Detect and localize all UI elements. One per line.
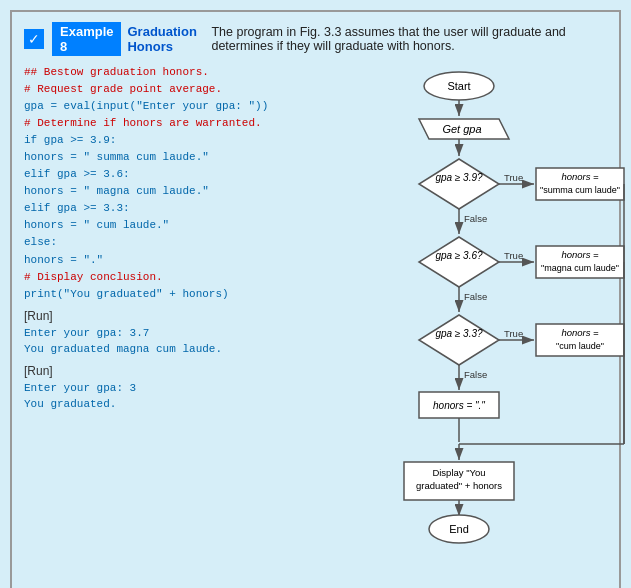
box4-honors: honors = "." bbox=[433, 400, 485, 411]
box2-value: "magna cum laude" bbox=[541, 263, 619, 273]
code-block: ## Bestow graduation honors. # Request g… bbox=[24, 64, 334, 303]
code-comment-3: # Determine if honors are warranted. bbox=[24, 115, 334, 132]
code-line-3: honors = " summa cum laude." bbox=[24, 149, 334, 166]
main-container: ✓ Example 8 Graduation Honors The progra… bbox=[10, 10, 621, 588]
code-comment-4: # Display conclusion. bbox=[24, 269, 334, 286]
right-panel: Start Get gpa gpa ≥ 3.9? True honors = "… bbox=[344, 64, 631, 588]
display-label2: graduated" + honors bbox=[416, 480, 502, 491]
run1-label: [Run] bbox=[24, 309, 334, 323]
code-line-7: honors = " cum laude." bbox=[24, 217, 334, 234]
box3-honors: honors = bbox=[561, 327, 599, 338]
code-comment-2: # Request grade point average. bbox=[24, 81, 334, 98]
example-description: The program in Fig. 3.3 assumes that the… bbox=[211, 25, 607, 53]
diamond3-label: gpa ≥ 3.3? bbox=[435, 328, 483, 339]
run1-input: Enter your gpa: 3.7 bbox=[24, 325, 334, 342]
flowchart-svg: Start Get gpa gpa ≥ 3.9? True honors = "… bbox=[344, 64, 631, 588]
left-panel: ## Bestow graduation honors. # Request g… bbox=[24, 64, 334, 588]
start-label: Start bbox=[447, 80, 470, 92]
false2-label: False bbox=[464, 291, 487, 302]
run1-output: Enter your gpa: 3.7 You graduated magna … bbox=[24, 325, 334, 358]
false3-label: False bbox=[464, 369, 487, 380]
get-gpa-label: Get gpa bbox=[442, 123, 481, 135]
svg-marker-13 bbox=[419, 315, 499, 365]
run2-input: Enter your gpa: 3 bbox=[24, 380, 334, 397]
run2-output: Enter your gpa: 3 You graduated. bbox=[24, 380, 334, 413]
svg-marker-9 bbox=[419, 237, 499, 287]
code-line-2: if gpa >= 3.9: bbox=[24, 132, 334, 149]
run1-result: You graduated magna cum laude. bbox=[24, 341, 334, 358]
checkmark-icon: ✓ bbox=[24, 29, 44, 49]
code-line-1: gpa = eval(input("Enter your gpa: ")) bbox=[24, 98, 334, 115]
box3-value: "cum laude" bbox=[556, 341, 604, 351]
false1-label: False bbox=[464, 213, 487, 224]
example-title: Graduation Honors bbox=[127, 24, 205, 54]
true2-label: True bbox=[504, 250, 523, 261]
run2-result: You graduated. bbox=[24, 396, 334, 413]
diamond2-label: gpa ≥ 3.6? bbox=[435, 250, 483, 261]
code-line-10: print("You graduated" + honors) bbox=[24, 286, 334, 303]
box1-value: "summa cum laude" bbox=[540, 185, 620, 195]
code-line-6: elif gpa >= 3.3: bbox=[24, 200, 334, 217]
display-label1: Display "You bbox=[432, 467, 485, 478]
example-badge: Example 8 bbox=[52, 22, 121, 56]
code-line-4: elif gpa >= 3.6: bbox=[24, 166, 334, 183]
true3-label: True bbox=[504, 328, 523, 339]
header-row: ✓ Example 8 Graduation Honors The progra… bbox=[24, 22, 607, 56]
true1-label: True bbox=[504, 172, 523, 183]
svg-marker-5 bbox=[419, 159, 499, 209]
code-line-5: honors = " magna cum laude." bbox=[24, 183, 334, 200]
box1-honors: honors = bbox=[561, 171, 599, 182]
diamond1-label: gpa ≥ 3.9? bbox=[435, 172, 483, 183]
box2-honors: honors = bbox=[561, 249, 599, 260]
code-line-9: honors = "." bbox=[24, 252, 334, 269]
code-line-8: else: bbox=[24, 234, 334, 251]
code-comment-1: ## Bestow graduation honors. bbox=[24, 64, 334, 81]
end-label: End bbox=[449, 523, 469, 535]
run2-label: [Run] bbox=[24, 364, 334, 378]
content-area: ## Bestow graduation honors. # Request g… bbox=[24, 64, 607, 588]
